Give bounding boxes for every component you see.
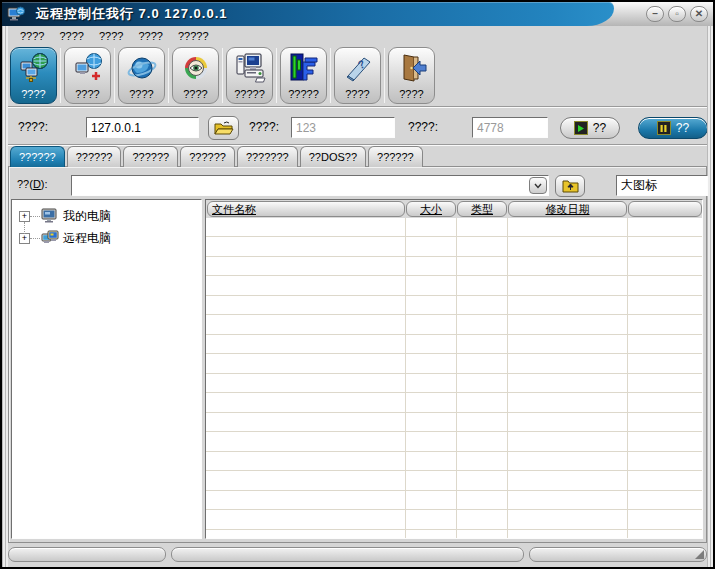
window-title: 远程控制任我行 7.0 127.0.0.1 [36, 2, 228, 26]
tab-7[interactable]: ?????? [368, 146, 423, 167]
toolbar-button-connect[interactable]: ???? [10, 47, 57, 104]
path-input[interactable] [72, 176, 528, 195]
tab-5[interactable]: ??????? [237, 146, 298, 167]
maximize-button[interactable]: ▫ [668, 6, 686, 22]
menu-item-1[interactable]: ???? [20, 30, 44, 42]
stop-button-label: ?? [676, 121, 689, 135]
folder-up-icon [562, 179, 579, 193]
menu-bar: ???? ???? ???? ???? ????? [12, 28, 705, 44]
toolbar-button-add[interactable]: ???? [64, 47, 111, 104]
toolbar-button-label: ???? [21, 88, 45, 100]
tab-2[interactable]: ?????? [67, 146, 122, 167]
start-button[interactable]: ?? [560, 117, 620, 139]
status-panel-3 [529, 547, 707, 562]
expand-icon[interactable]: + [19, 233, 30, 244]
chevron-down-icon [534, 183, 542, 189]
toolbar-button-label: ????? [288, 88, 319, 100]
tree-line [30, 216, 40, 217]
toolbar-separator [114, 48, 115, 103]
stop-button[interactable]: ?? [638, 117, 708, 139]
toolbar-button-label: ???? [183, 88, 207, 100]
column-header-filename[interactable]: 文件名称 [207, 201, 405, 217]
remote-computer-icon [41, 230, 59, 246]
connection-bar: ????: ????: ????: ?? [2, 108, 713, 146]
column-gridline [627, 218, 628, 538]
pause-icon [657, 121, 671, 135]
bar-chart-icon [287, 48, 321, 88]
view-mode-combobox[interactable] [616, 175, 708, 196]
tab-4[interactable]: ?????? [180, 146, 235, 167]
window-frame: 远程控制任我行 7.0 127.0.0.1 – ▫ ✕ ???? ???? ??… [2, 2, 713, 567]
toolbar-separator [330, 48, 331, 103]
column-header-size[interactable]: 大小 [406, 201, 456, 217]
path-label: ??(D): [17, 178, 48, 190]
view-mode-value[interactable] [617, 176, 715, 195]
path-combobox[interactable] [71, 175, 549, 196]
toolbar-button-label: ???? [345, 88, 369, 100]
app-icon [7, 5, 25, 23]
title-bar[interactable]: 远程控制任我行 7.0 127.0.0.1 – ▫ ✕ [2, 2, 713, 26]
toolbar-button-view[interactable]: ???? [172, 47, 219, 104]
host-input[interactable] [86, 117, 199, 138]
file-list-body[interactable] [206, 218, 702, 538]
tab-file-manager[interactable]: ?????? [10, 146, 65, 167]
open-folder-icon [214, 121, 234, 136]
column-gridline [405, 218, 406, 538]
tree-item-label: 远程电脑 [63, 230, 111, 247]
user-label: ????: [249, 120, 279, 134]
file-list[interactable]: 文件名称 大小 类型 修改日期 [205, 199, 703, 539]
column-gridline [702, 218, 703, 538]
address-bar: ??(D): [9, 172, 706, 198]
column-header-modified[interactable]: 修改日期 [508, 201, 627, 217]
network-add-icon [72, 48, 104, 88]
status-panel-1 [8, 547, 166, 562]
start-button-label: ?? [593, 121, 606, 135]
tab-3[interactable]: ?????? [123, 146, 178, 167]
column-header-type[interactable]: 类型 [457, 201, 507, 217]
close-button[interactable]: ✕ [690, 6, 708, 22]
toolbar-separator [60, 48, 61, 103]
tree-line [24, 222, 25, 234]
toolbar: ???? ???? [10, 44, 705, 106]
up-folder-button[interactable] [555, 175, 585, 197]
toolbar-button-scan[interactable]: ????? [226, 47, 273, 104]
toolbar-separator [276, 48, 277, 103]
column-gridline [507, 218, 508, 538]
computer-scan-icon [233, 48, 267, 88]
minimize-button[interactable]: – [646, 6, 664, 22]
globe-icon [126, 48, 158, 88]
file-list-header: 文件名称 大小 类型 修改日期 [206, 200, 702, 218]
path-dropdown-button[interactable] [529, 177, 547, 194]
user-input[interactable] [291, 117, 395, 138]
port-label: ????: [408, 120, 438, 134]
port-input[interactable] [472, 117, 548, 138]
toolbar-button-label: ???? [399, 88, 423, 100]
exit-door-icon [396, 48, 428, 88]
tree-line [30, 238, 40, 239]
frame-edge [707, 26, 713, 567]
toolbar-separator [168, 48, 169, 103]
toolbar-separator [384, 48, 385, 103]
status-bar [8, 544, 707, 565]
column-header-extra[interactable] [628, 201, 702, 217]
tab-dos[interactable]: ??DOS?? [300, 146, 366, 167]
tree-item-my-computer[interactable]: + 我的电脑 [12, 206, 201, 226]
toolbar-button-exit[interactable]: ???? [388, 47, 435, 104]
tree-item-label: 我的电脑 [63, 208, 111, 225]
menu-item-4[interactable]: ???? [138, 30, 162, 42]
toolbar-button-stats[interactable]: ????? [280, 47, 327, 104]
tree-item-remote-computer[interactable]: + 远程电脑 [12, 228, 201, 248]
resize-grip-icon[interactable] [695, 550, 704, 559]
menu-item-5[interactable]: ????? [178, 30, 209, 42]
menu-item-3[interactable]: ???? [99, 30, 123, 42]
open-file-button[interactable] [208, 116, 239, 140]
tab-bar: ?????? ?????? ?????? ?????? ??????? ??DO… [10, 146, 423, 167]
menu-item-2[interactable]: ???? [59, 30, 83, 42]
host-label: ????: [18, 120, 48, 134]
computer-tree[interactable]: + 我的电脑 + [11, 199, 202, 539]
toolbar-button-label: ????? [234, 88, 265, 100]
toolbar-separator [222, 48, 223, 103]
toolbar-button-help[interactable]: ? ???? [334, 47, 381, 104]
expand-icon[interactable]: + [19, 211, 30, 222]
toolbar-button-browse[interactable]: ???? [118, 47, 165, 104]
